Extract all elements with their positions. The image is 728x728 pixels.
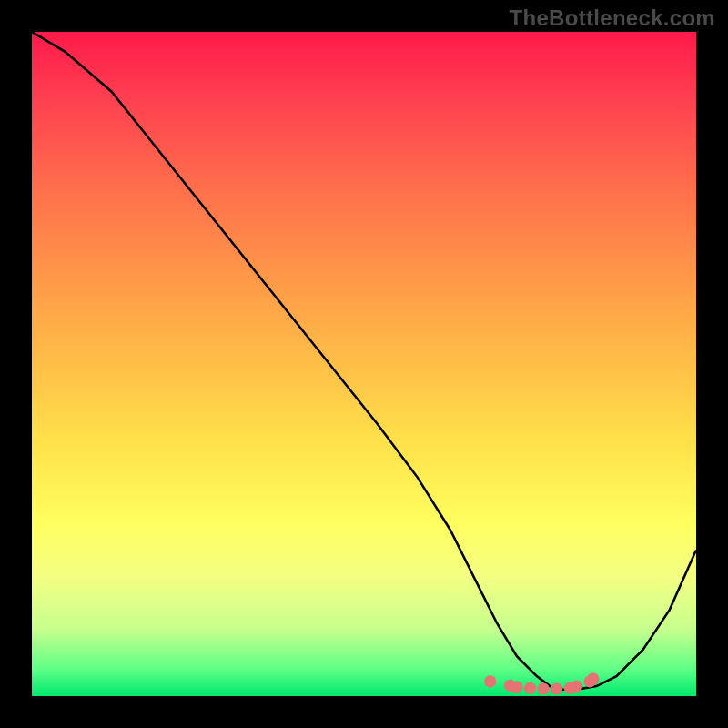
valley-marker — [524, 682, 536, 694]
valley-marker — [511, 681, 522, 693]
valley-markers-group — [484, 672, 599, 694]
bottleneck-curve-path — [32, 32, 696, 690]
valley-marker — [571, 680, 582, 692]
watermark-text: TheBottleneck.com — [510, 5, 715, 31]
valley-marker — [551, 682, 562, 694]
valley-marker — [538, 682, 550, 694]
valley-marker — [587, 672, 599, 684]
chart-svg — [32, 32, 696, 696]
valley-marker — [484, 675, 496, 687]
chart-frame: TheBottleneck.com — [0, 0, 728, 728]
